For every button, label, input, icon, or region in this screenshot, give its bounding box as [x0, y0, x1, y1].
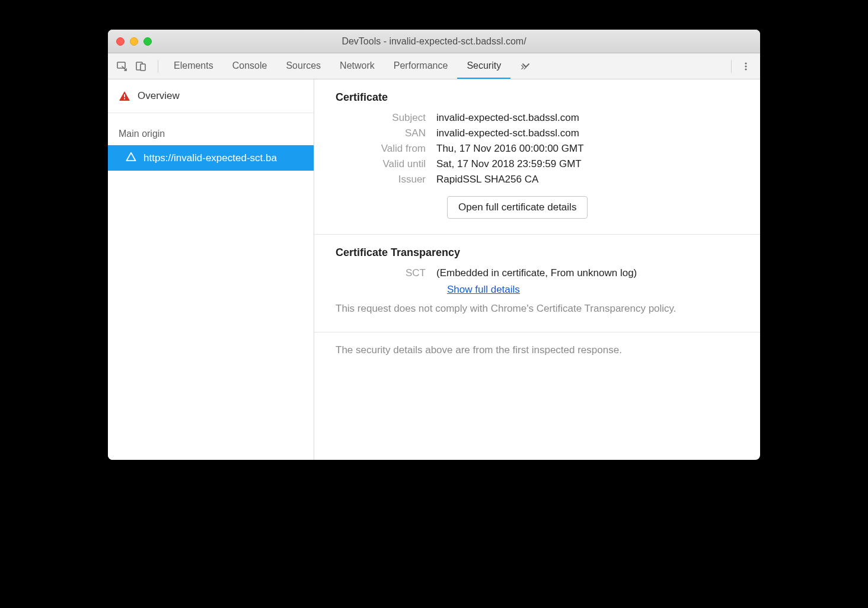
svg-point-4: [745, 65, 746, 67]
security-details: Certificate Subjectinvalid-expected-sct.…: [314, 79, 760, 460]
certificate-heading: Certificate: [336, 91, 739, 104]
ct-section: Certificate Transparency SCT(Embedded in…: [314, 235, 760, 332]
value-sct: (Embedded in certificate, From unknown l…: [436, 267, 637, 279]
certificate-section: Certificate Subjectinvalid-expected-sct.…: [314, 79, 760, 235]
value-san: invalid-expected-sct.badssl.com: [436, 127, 579, 139]
svg-rect-6: [124, 94, 125, 97]
value-valid-from: Thu, 17 Nov 2016 00:00:00 GMT: [436, 143, 584, 155]
inspect-element-icon[interactable]: [114, 58, 130, 75]
close-window-button[interactable]: [116, 37, 125, 46]
kebab-menu-icon[interactable]: [738, 58, 754, 75]
separator: [158, 60, 158, 73]
tab-performance[interactable]: Performance: [384, 54, 458, 79]
show-full-details-link[interactable]: Show full details: [447, 284, 520, 295]
svg-rect-2: [141, 64, 145, 71]
tab-network[interactable]: Network: [330, 54, 384, 79]
security-sidebar: Overview Main origin https://invalid-exp…: [108, 79, 314, 460]
ct-compliance-note: This request does not comply with Chrome…: [336, 302, 739, 316]
separator: [731, 60, 732, 73]
svg-point-5: [745, 68, 746, 70]
warning-triangle-icon: [119, 90, 130, 102]
more-tabs-icon[interactable]: »: [515, 58, 532, 75]
overview-label: Overview: [138, 90, 180, 102]
label-sct: SCT: [336, 267, 436, 279]
origin-row[interactable]: https://invalid-expected-sct.ba: [108, 145, 314, 171]
tab-elements[interactable]: Elements: [164, 54, 223, 79]
origin-url: https://invalid-expected-sct.ba: [143, 152, 277, 164]
tab-console[interactable]: Console: [223, 54, 277, 79]
label-san: SAN: [336, 127, 436, 139]
svg-rect-7: [124, 98, 125, 100]
main-origin-header: Main origin: [108, 113, 314, 145]
svg-rect-0: [117, 62, 125, 68]
sidebar-overview[interactable]: Overview: [108, 79, 314, 113]
zoom-window-button[interactable]: [143, 37, 152, 46]
label-issuer: Issuer: [336, 174, 436, 185]
window-title: DevTools - invalid-expected-sct.badssl.c…: [108, 36, 760, 47]
devtools-window: DevTools - invalid-expected-sct.badssl.c…: [108, 30, 760, 460]
footnote: The security details above are from the …: [314, 332, 760, 368]
panel-tabs: Elements Console Sources Network Perform…: [164, 54, 510, 79]
svg-point-3: [745, 62, 746, 64]
panel-body: Overview Main origin https://invalid-exp…: [108, 79, 760, 460]
window-controls: [116, 37, 152, 46]
open-certificate-details-button[interactable]: Open full certificate details: [447, 196, 588, 219]
label-subject: Subject: [336, 112, 436, 124]
warning-triangle-outline-icon: [126, 151, 136, 165]
value-issuer: RapidSSL SHA256 CA: [436, 174, 538, 185]
devtools-toolbar: Elements Console Sources Network Perform…: [108, 53, 760, 79]
value-subject: invalid-expected-sct.badssl.com: [436, 112, 579, 124]
tab-sources[interactable]: Sources: [276, 54, 330, 79]
device-toolbar-icon[interactable]: [133, 58, 149, 75]
value-valid-until: Sat, 17 Nov 2018 23:59:59 GMT: [436, 158, 582, 170]
label-valid-from: Valid from: [336, 143, 436, 155]
label-valid-until: Valid until: [336, 158, 436, 170]
ct-heading: Certificate Transparency: [336, 247, 739, 259]
titlebar: DevTools - invalid-expected-sct.badssl.c…: [108, 30, 760, 53]
minimize-window-button[interactable]: [130, 37, 138, 46]
tab-security[interactable]: Security: [457, 54, 510, 79]
